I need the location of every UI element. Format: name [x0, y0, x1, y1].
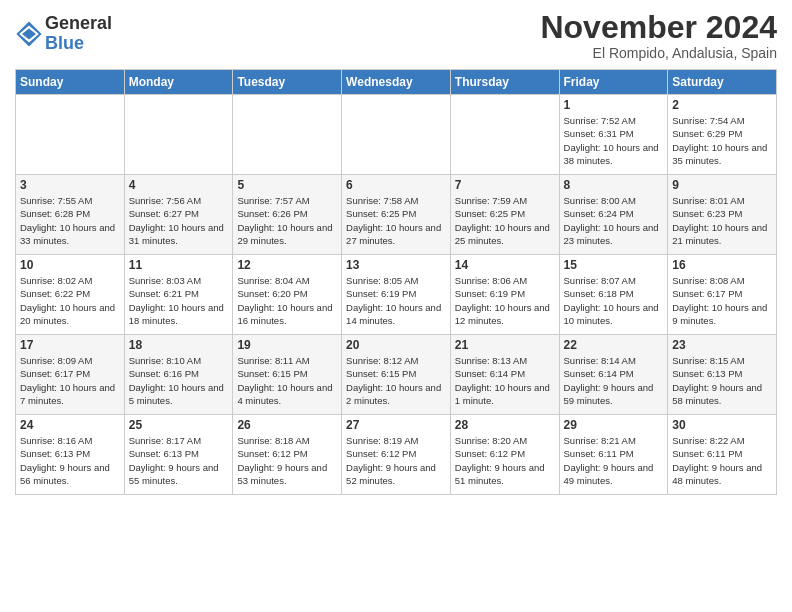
day-info: Sunrise: 8:01 AM Sunset: 6:23 PM Dayligh… [672, 194, 772, 247]
day-info: Sunrise: 8:16 AM Sunset: 6:13 PM Dayligh… [20, 434, 120, 487]
calendar-cell: 3Sunrise: 7:55 AM Sunset: 6:28 PM Daylig… [16, 175, 125, 255]
day-info: Sunrise: 8:15 AM Sunset: 6:13 PM Dayligh… [672, 354, 772, 407]
header-sunday: Sunday [16, 70, 125, 95]
header-tuesday: Tuesday [233, 70, 342, 95]
header-saturday: Saturday [668, 70, 777, 95]
day-info: Sunrise: 8:18 AM Sunset: 6:12 PM Dayligh… [237, 434, 337, 487]
day-number: 28 [455, 418, 555, 432]
day-info: Sunrise: 8:06 AM Sunset: 6:19 PM Dayligh… [455, 274, 555, 327]
calendar-cell: 14Sunrise: 8:06 AM Sunset: 6:19 PM Dayli… [450, 255, 559, 335]
day-info: Sunrise: 7:52 AM Sunset: 6:31 PM Dayligh… [564, 114, 664, 167]
day-info: Sunrise: 7:56 AM Sunset: 6:27 PM Dayligh… [129, 194, 229, 247]
week-row-0: 1Sunrise: 7:52 AM Sunset: 6:31 PM Daylig… [16, 95, 777, 175]
day-number: 11 [129, 258, 229, 272]
calendar-cell: 22Sunrise: 8:14 AM Sunset: 6:14 PM Dayli… [559, 335, 668, 415]
day-info: Sunrise: 7:54 AM Sunset: 6:29 PM Dayligh… [672, 114, 772, 167]
calendar-cell [16, 95, 125, 175]
location: El Rompido, Andalusia, Spain [540, 45, 777, 61]
week-row-4: 24Sunrise: 8:16 AM Sunset: 6:13 PM Dayli… [16, 415, 777, 495]
calendar-cell: 1Sunrise: 7:52 AM Sunset: 6:31 PM Daylig… [559, 95, 668, 175]
day-number: 20 [346, 338, 446, 352]
day-info: Sunrise: 8:12 AM Sunset: 6:15 PM Dayligh… [346, 354, 446, 407]
calendar-cell: 16Sunrise: 8:08 AM Sunset: 6:17 PM Dayli… [668, 255, 777, 335]
day-info: Sunrise: 7:58 AM Sunset: 6:25 PM Dayligh… [346, 194, 446, 247]
logo-icon [15, 20, 43, 48]
calendar-cell: 18Sunrise: 8:10 AM Sunset: 6:16 PM Dayli… [124, 335, 233, 415]
calendar-cell: 19Sunrise: 8:11 AM Sunset: 6:15 PM Dayli… [233, 335, 342, 415]
day-number: 23 [672, 338, 772, 352]
page: General Blue November 2024 El Rompido, A… [0, 0, 792, 612]
day-info: Sunrise: 8:08 AM Sunset: 6:17 PM Dayligh… [672, 274, 772, 327]
day-info: Sunrise: 7:57 AM Sunset: 6:26 PM Dayligh… [237, 194, 337, 247]
calendar-cell [342, 95, 451, 175]
calendar-cell: 8Sunrise: 8:00 AM Sunset: 6:24 PM Daylig… [559, 175, 668, 255]
calendar-cell: 6Sunrise: 7:58 AM Sunset: 6:25 PM Daylig… [342, 175, 451, 255]
day-info: Sunrise: 8:14 AM Sunset: 6:14 PM Dayligh… [564, 354, 664, 407]
day-info: Sunrise: 8:04 AM Sunset: 6:20 PM Dayligh… [237, 274, 337, 327]
calendar-cell [450, 95, 559, 175]
day-number: 30 [672, 418, 772, 432]
week-row-1: 3Sunrise: 7:55 AM Sunset: 6:28 PM Daylig… [16, 175, 777, 255]
day-number: 7 [455, 178, 555, 192]
calendar-cell: 20Sunrise: 8:12 AM Sunset: 6:15 PM Dayli… [342, 335, 451, 415]
header-wednesday: Wednesday [342, 70, 451, 95]
day-info: Sunrise: 7:55 AM Sunset: 6:28 PM Dayligh… [20, 194, 120, 247]
calendar-cell: 26Sunrise: 8:18 AM Sunset: 6:12 PM Dayli… [233, 415, 342, 495]
day-number: 6 [346, 178, 446, 192]
day-info: Sunrise: 8:11 AM Sunset: 6:15 PM Dayligh… [237, 354, 337, 407]
day-number: 16 [672, 258, 772, 272]
calendar-cell: 5Sunrise: 7:57 AM Sunset: 6:26 PM Daylig… [233, 175, 342, 255]
month-title: November 2024 [540, 10, 777, 45]
calendar-cell: 7Sunrise: 7:59 AM Sunset: 6:25 PM Daylig… [450, 175, 559, 255]
calendar-cell [233, 95, 342, 175]
day-number: 27 [346, 418, 446, 432]
logo-blue: Blue [45, 34, 112, 54]
calendar-cell: 21Sunrise: 8:13 AM Sunset: 6:14 PM Dayli… [450, 335, 559, 415]
day-number: 13 [346, 258, 446, 272]
header-row: Sunday Monday Tuesday Wednesday Thursday… [16, 70, 777, 95]
day-info: Sunrise: 8:20 AM Sunset: 6:12 PM Dayligh… [455, 434, 555, 487]
calendar-cell: 11Sunrise: 8:03 AM Sunset: 6:21 PM Dayli… [124, 255, 233, 335]
day-info: Sunrise: 8:10 AM Sunset: 6:16 PM Dayligh… [129, 354, 229, 407]
week-row-3: 17Sunrise: 8:09 AM Sunset: 6:17 PM Dayli… [16, 335, 777, 415]
calendar-cell: 23Sunrise: 8:15 AM Sunset: 6:13 PM Dayli… [668, 335, 777, 415]
day-info: Sunrise: 8:19 AM Sunset: 6:12 PM Dayligh… [346, 434, 446, 487]
calendar-cell: 13Sunrise: 8:05 AM Sunset: 6:19 PM Dayli… [342, 255, 451, 335]
day-info: Sunrise: 8:00 AM Sunset: 6:24 PM Dayligh… [564, 194, 664, 247]
calendar-cell: 29Sunrise: 8:21 AM Sunset: 6:11 PM Dayli… [559, 415, 668, 495]
day-number: 5 [237, 178, 337, 192]
day-number: 18 [129, 338, 229, 352]
day-number: 17 [20, 338, 120, 352]
week-row-2: 10Sunrise: 8:02 AM Sunset: 6:22 PM Dayli… [16, 255, 777, 335]
header: General Blue November 2024 El Rompido, A… [15, 10, 777, 61]
calendar-cell: 10Sunrise: 8:02 AM Sunset: 6:22 PM Dayli… [16, 255, 125, 335]
day-info: Sunrise: 8:09 AM Sunset: 6:17 PM Dayligh… [20, 354, 120, 407]
calendar-cell: 28Sunrise: 8:20 AM Sunset: 6:12 PM Dayli… [450, 415, 559, 495]
header-friday: Friday [559, 70, 668, 95]
day-info: Sunrise: 8:13 AM Sunset: 6:14 PM Dayligh… [455, 354, 555, 407]
calendar-cell: 2Sunrise: 7:54 AM Sunset: 6:29 PM Daylig… [668, 95, 777, 175]
calendar-cell: 25Sunrise: 8:17 AM Sunset: 6:13 PM Dayli… [124, 415, 233, 495]
day-number: 4 [129, 178, 229, 192]
calendar-cell: 4Sunrise: 7:56 AM Sunset: 6:27 PM Daylig… [124, 175, 233, 255]
day-number: 19 [237, 338, 337, 352]
day-number: 10 [20, 258, 120, 272]
logo-text: General Blue [45, 14, 112, 54]
day-number: 14 [455, 258, 555, 272]
day-number: 1 [564, 98, 664, 112]
title-area: November 2024 El Rompido, Andalusia, Spa… [540, 10, 777, 61]
header-monday: Monday [124, 70, 233, 95]
logo-general: General [45, 14, 112, 34]
day-number: 26 [237, 418, 337, 432]
day-number: 2 [672, 98, 772, 112]
calendar-cell: 17Sunrise: 8:09 AM Sunset: 6:17 PM Dayli… [16, 335, 125, 415]
day-number: 8 [564, 178, 664, 192]
day-info: Sunrise: 8:21 AM Sunset: 6:11 PM Dayligh… [564, 434, 664, 487]
day-number: 9 [672, 178, 772, 192]
day-info: Sunrise: 8:05 AM Sunset: 6:19 PM Dayligh… [346, 274, 446, 327]
day-number: 29 [564, 418, 664, 432]
day-number: 21 [455, 338, 555, 352]
day-number: 15 [564, 258, 664, 272]
day-info: Sunrise: 8:22 AM Sunset: 6:11 PM Dayligh… [672, 434, 772, 487]
calendar-cell: 27Sunrise: 8:19 AM Sunset: 6:12 PM Dayli… [342, 415, 451, 495]
